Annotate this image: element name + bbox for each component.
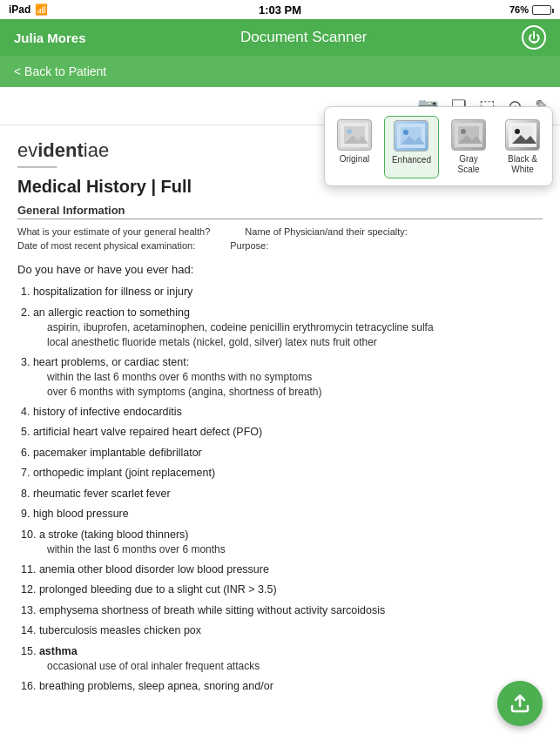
battery-icon xyxy=(532,5,551,15)
list-item: 2. an allergic reaction to something asp… xyxy=(17,306,543,350)
list-item: 12. prolonged bleeding due to a slight c… xyxy=(17,582,543,598)
item-sub-3b: over 6 months with symptoms (angina, sho… xyxy=(21,385,543,400)
item-number-6: 6. xyxy=(21,447,30,459)
bw-preview xyxy=(505,119,540,151)
list-item: 11. anemia other blood disorder low bloo… xyxy=(17,562,543,578)
item-number-1: 1. xyxy=(21,286,30,298)
item-text-4: history of infective endocarditis xyxy=(33,406,182,418)
filter-dropdown: Original Enhanced GrayScale Black &White xyxy=(324,106,553,186)
item-text-1: hospitalization for illness or injury xyxy=(33,286,192,298)
item-text-5: artificial heart valve repaired heart de… xyxy=(33,426,262,438)
status-time: 1:03 PM xyxy=(259,3,301,17)
sub-header: < Back to Patient xyxy=(0,56,560,87)
list-item: 8. rheumatic fever scarlet fever xyxy=(17,487,543,502)
item-sub-15a: occasional use of oral inhaler frequent … xyxy=(21,659,543,674)
item-text-15: asthma xyxy=(39,645,78,657)
item-text-13: emphysema shortness of breath while sitt… xyxy=(39,604,385,616)
list-item: 4. history of infective endocarditis xyxy=(17,405,543,421)
item-text-2: an allergic reaction to something xyxy=(33,306,190,319)
original-preview xyxy=(337,119,372,151)
item-number-11: 11. xyxy=(21,563,36,575)
item-text-10: a stroke (taking blood thinners) xyxy=(39,528,189,541)
app-header: Julia Mores Document Scanner ⏻ xyxy=(0,19,560,56)
item-number-8: 8. xyxy=(21,488,30,500)
device-label: iPad xyxy=(9,3,30,16)
item-text-8: rheumatic fever scarlet fever xyxy=(33,488,171,500)
svg-point-6 xyxy=(403,130,408,135)
grayscale-preview xyxy=(451,119,486,151)
status-bar: iPad 📶 1:03 PM 76% xyxy=(0,0,560,19)
power-button[interactable]: ⏻ xyxy=(522,25,546,50)
item-sub-2b: local anesthetic fluoride metals (nickel… xyxy=(21,335,543,350)
item-number-10: 10. xyxy=(21,528,36,541)
list-item: 13. emphysema shortness of breath while … xyxy=(17,603,543,619)
item-text-7: orthopedic implant (joint replacement) xyxy=(33,467,215,479)
filter-option-original[interactable]: Original xyxy=(330,116,379,178)
logo-text: evidentiae xyxy=(17,139,109,161)
list-item: 15. asthma occasional use of oral inhale… xyxy=(17,644,543,674)
list-item: 14. tuberculosis measles chicken pox xyxy=(17,623,543,639)
document-area: evidentiae ━━━━━━━━━ ASA Risk: Low Moder… xyxy=(0,125,560,747)
item-text-12: prolonged bleeding due to a slight cut (… xyxy=(39,583,277,596)
item-sub-10a: within the last 6 months over 6 months xyxy=(21,542,543,557)
enhanced-label: Enhanced xyxy=(392,155,431,165)
item-sub-2a: aspirin, ibuprofen, acetaminophen, codei… xyxy=(21,320,543,335)
filter-option-enhanced[interactable]: Enhanced xyxy=(384,116,439,178)
upload-icon xyxy=(509,693,530,714)
enhanced-preview xyxy=(394,120,428,151)
item-text-9: high blood pressure xyxy=(33,508,129,520)
filter-option-grayscale[interactable]: GrayScale xyxy=(444,116,493,178)
wifi-icon: 📶 xyxy=(35,3,48,16)
item-text-14: tuberculosis measles chicken pox xyxy=(39,624,201,636)
filter-option-bw[interactable]: Black &White xyxy=(498,116,547,178)
field-row-1: What is your estimate of your general he… xyxy=(17,226,543,237)
item-number-3: 3. xyxy=(21,356,30,368)
app-title: Document Scanner xyxy=(240,29,368,46)
list-item: 9. high blood pressure xyxy=(17,507,543,522)
list-item: 7. orthopedic implant (joint replacement… xyxy=(17,466,543,481)
list-item: 1. hospitalization for illness or injury xyxy=(17,285,543,300)
item-number-16: 16. xyxy=(21,680,36,692)
field-row-2: Date of most recent physical examination… xyxy=(17,240,543,251)
battery-percent: 76% xyxy=(509,4,529,15)
status-right: 76% xyxy=(509,4,551,15)
field-exam: Date of most recent physical examination… xyxy=(17,240,195,251)
doc-lines: 1. hospitalization for illness or injury… xyxy=(17,285,543,695)
list-item: 10. a stroke (taking blood thinners) wit… xyxy=(17,528,543,557)
svg-point-14 xyxy=(515,129,520,134)
item-number-9: 9. xyxy=(21,508,30,520)
status-left: iPad 📶 xyxy=(9,3,48,16)
svg-point-10 xyxy=(461,129,466,134)
user-name: Julia Mores xyxy=(14,30,86,45)
field-health: What is your estimate of your general he… xyxy=(17,226,210,237)
item-number-2: 2. xyxy=(21,306,30,319)
logo: evidentiae ━━━━━━━━━ xyxy=(17,139,109,172)
item-text-16: breathing problems, sleep apnea, snoring… xyxy=(39,680,273,692)
item-number-4: 4. xyxy=(21,406,30,418)
logo-subtitle: ━━━━━━━━━ xyxy=(17,163,109,172)
upload-fab[interactable] xyxy=(497,681,543,726)
section-title: General Information xyxy=(17,204,543,219)
grayscale-label: GrayScale xyxy=(457,154,479,175)
svg-point-2 xyxy=(347,129,352,134)
item-text-11: anemia other blood disorder low blood pr… xyxy=(39,563,269,575)
field-purpose: Purpose: xyxy=(230,240,268,251)
item-number-7: 7. xyxy=(21,467,30,479)
list-item: 3. heart problems, or cardiac stent: wit… xyxy=(17,355,543,400)
item-number-12: 12. xyxy=(21,583,36,596)
item-text-3: heart problems, or cardiac stent: xyxy=(33,356,189,368)
field-physician: Name of Physician/and their specialty: xyxy=(245,226,407,237)
item-number-13: 13. xyxy=(21,604,36,616)
original-label: Original xyxy=(340,154,369,165)
item-sub-3a: within the last 6 months over 6 months w… xyxy=(21,370,543,385)
back-to-patient-button[interactable]: < Back to Patient xyxy=(14,64,106,78)
list-item: 5. artificial heart valve repaired heart… xyxy=(17,425,543,441)
item-number-15: 15. xyxy=(21,645,36,657)
item-number-14: 14. xyxy=(21,624,36,636)
bw-label: Black &White xyxy=(508,154,537,175)
list-item: 16. breathing problems, sleep apnea, sno… xyxy=(17,679,543,695)
item-number-5: 5. xyxy=(21,426,30,438)
item-text-6: pacemaker implantable defibrillator xyxy=(33,447,202,459)
question-text: Do you have or have you ever had: xyxy=(17,263,543,276)
list-item: 6. pacemaker implantable defibrillator xyxy=(17,446,543,461)
